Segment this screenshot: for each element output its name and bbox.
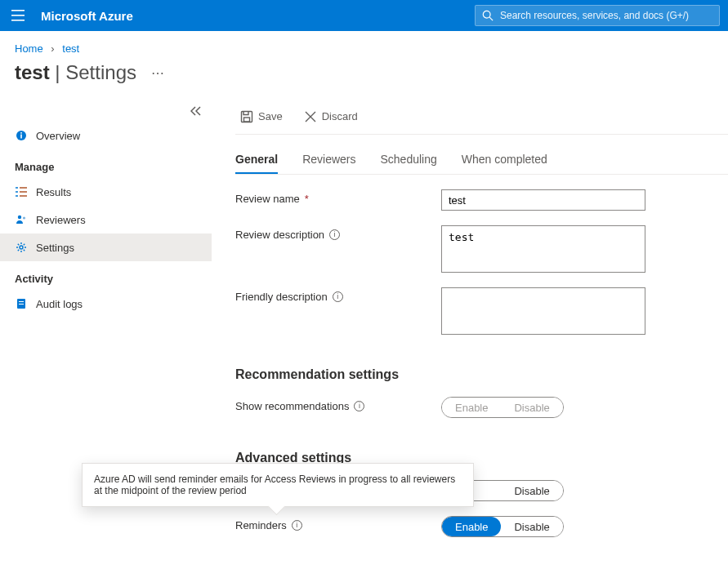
tab-general[interactable]: General bbox=[235, 146, 278, 174]
svg-rect-15 bbox=[244, 118, 250, 122]
disable-option: Disable bbox=[501, 398, 562, 417]
search-input[interactable] bbox=[500, 6, 712, 25]
svg-rect-6 bbox=[20, 135, 22, 139]
reminders-toggle[interactable]: Enable Disable bbox=[441, 516, 564, 537]
info-icon[interactable]: i bbox=[329, 229, 340, 240]
brand-label: Microsoft Azure bbox=[41, 9, 133, 23]
svg-point-8 bbox=[18, 216, 21, 219]
sidebar-item-label: Overview bbox=[36, 130, 80, 142]
svg-rect-0 bbox=[11, 10, 25, 11]
svg-line-4 bbox=[489, 17, 493, 20]
sidebar-group-manage: Manage bbox=[0, 149, 212, 178]
tab-reviewers[interactable]: Reviewers bbox=[302, 146, 355, 174]
page-title-row: test | Settings ⋯ bbox=[0, 55, 728, 99]
sidebar-item-settings[interactable]: Settings bbox=[0, 233, 212, 261]
tabs: General Reviewers Scheduling When comple… bbox=[235, 146, 728, 175]
row-reminders: Reminders i Enable Disable bbox=[235, 516, 728, 537]
review-name-label: Review name bbox=[235, 193, 300, 205]
row-review-description: Review description i bbox=[235, 225, 728, 273]
chevron-right-icon: › bbox=[51, 42, 54, 55]
gear-icon bbox=[15, 241, 28, 254]
sidebar-item-results[interactable]: Results bbox=[0, 178, 212, 206]
disable-option[interactable]: Disable bbox=[501, 481, 562, 500]
sidebar-item-overview[interactable]: Overview bbox=[0, 122, 212, 149]
save-button[interactable]: Save bbox=[235, 105, 288, 128]
review-name-input[interactable] bbox=[441, 189, 645, 211]
disable-option[interactable]: Disable bbox=[501, 517, 562, 536]
checklist-icon bbox=[15, 185, 28, 198]
svg-rect-2 bbox=[11, 20, 25, 21]
sidebar-group-activity: Activity bbox=[0, 261, 212, 290]
page-title: test | Settings bbox=[15, 61, 136, 84]
main-content: Save Discard General Reviewers Schedulin… bbox=[212, 99, 728, 578]
search-icon bbox=[482, 10, 494, 21]
friendly-description-label: Friendly description bbox=[235, 291, 328, 303]
enable-option: Enable bbox=[442, 398, 501, 417]
top-bar: Microsoft Azure bbox=[0, 0, 728, 31]
review-description-input[interactable] bbox=[441, 225, 645, 273]
row-review-name: Review name * bbox=[235, 189, 728, 211]
log-icon bbox=[15, 297, 28, 310]
info-icon bbox=[15, 129, 28, 142]
svg-rect-1 bbox=[11, 15, 25, 16]
info-icon[interactable]: i bbox=[292, 520, 302, 531]
svg-point-9 bbox=[23, 216, 25, 219]
svg-rect-7 bbox=[20, 132, 22, 134]
sidebar-item-label: Results bbox=[36, 186, 71, 198]
title-resource: test bbox=[15, 61, 50, 83]
enable-option[interactable]: Enable bbox=[442, 517, 501, 536]
sidebar-item-label: Audit logs bbox=[36, 298, 83, 310]
info-icon[interactable]: i bbox=[333, 291, 343, 302]
show-recommendations-label: Show recommendations bbox=[235, 400, 349, 412]
sidebar-item-audit-logs[interactable]: Audit logs bbox=[0, 290, 212, 318]
title-page: Settings bbox=[65, 61, 136, 83]
discard-button[interactable]: Discard bbox=[299, 105, 363, 128]
breadcrumb-home[interactable]: Home bbox=[15, 42, 43, 55]
sidebar-item-reviewers[interactable]: Reviewers bbox=[0, 206, 212, 233]
info-icon[interactable]: i bbox=[354, 401, 364, 411]
chevron-double-left-icon bbox=[190, 105, 202, 117]
hamburger-icon bbox=[11, 10, 25, 21]
breadcrumb-current[interactable]: test bbox=[62, 42, 79, 55]
sidebar-item-label: Settings bbox=[36, 242, 74, 254]
show-recommendations-toggle: Enable Disable bbox=[441, 397, 564, 418]
svg-point-10 bbox=[20, 246, 23, 249]
breadcrumb: Home › test bbox=[0, 31, 728, 55]
global-search[interactable] bbox=[475, 5, 720, 26]
tooltip: Azure AD will send reminder emails for A… bbox=[82, 463, 474, 507]
tooltip-text: Azure AD will send reminder emails for A… bbox=[94, 474, 455, 496]
save-label: Save bbox=[258, 110, 283, 122]
reminders-label: Reminders bbox=[235, 519, 287, 531]
recommendation-settings-heading: Recommendation settings bbox=[235, 367, 728, 382]
close-icon bbox=[304, 110, 317, 123]
tab-scheduling[interactable]: Scheduling bbox=[381, 146, 437, 174]
row-friendly-description: Friendly description i bbox=[235, 287, 728, 335]
svg-rect-13 bbox=[19, 304, 24, 305]
tab-when-completed[interactable]: When completed bbox=[462, 146, 547, 174]
more-menu[interactable]: ⋯ bbox=[151, 65, 165, 81]
collapse-sidebar[interactable] bbox=[190, 105, 202, 119]
toolbar: Save Discard bbox=[235, 99, 728, 135]
svg-point-3 bbox=[483, 11, 490, 18]
hamburger-menu[interactable] bbox=[0, 0, 36, 31]
friendly-description-input[interactable] bbox=[441, 287, 645, 335]
svg-rect-12 bbox=[19, 301, 24, 302]
review-description-label: Review description bbox=[235, 229, 324, 241]
row-show-recommendations: Show recommendations i Enable Disable bbox=[235, 397, 728, 418]
discard-label: Discard bbox=[322, 110, 358, 122]
required-star: * bbox=[305, 193, 309, 205]
people-icon bbox=[15, 213, 28, 226]
save-icon bbox=[240, 110, 253, 123]
sidebar-item-label: Reviewers bbox=[36, 214, 86, 226]
